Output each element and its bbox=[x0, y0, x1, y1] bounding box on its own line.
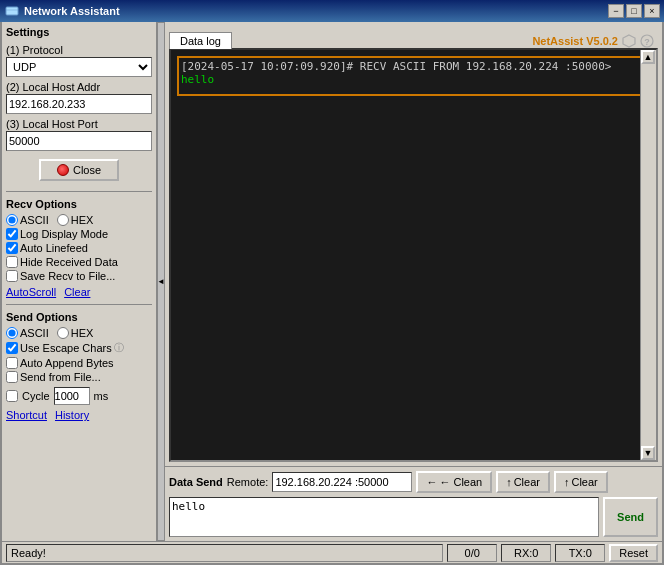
send-options: Send Options ASCII HEX Use Escape Chars … bbox=[6, 311, 152, 421]
recv-options: Recv Options ASCII HEX Log Display Mode bbox=[6, 198, 152, 298]
reset-button[interactable]: Reset bbox=[609, 544, 658, 562]
clean-arrow-icon: ← bbox=[426, 476, 437, 488]
right-panel: Data log NetAssist V5.0.2 ? bbox=[165, 22, 662, 541]
rx-value: RX:0 bbox=[514, 547, 538, 559]
local-host-label: (2) Local Host Addr bbox=[6, 81, 152, 93]
clean-label: ← Clean bbox=[439, 476, 482, 488]
hide-recv-check[interactable]: Hide Received Data bbox=[6, 256, 152, 268]
recv-options-label: Recv Options bbox=[6, 198, 152, 210]
data-send-label: Data Send bbox=[169, 476, 223, 488]
local-port-field: (3) Local Host Port bbox=[6, 118, 152, 151]
local-host-field: (2) Local Host Addr bbox=[6, 81, 152, 114]
clear-down-icon: ↑ bbox=[564, 476, 570, 488]
log-header-0: [2024-05-17 10:07:09.920]# RECV ASCII FR… bbox=[181, 60, 646, 73]
recv-hex-radio[interactable]: HEX bbox=[57, 214, 94, 226]
shortcut-link[interactable]: Shortcut bbox=[6, 409, 47, 421]
send-text-input[interactable]: hello bbox=[169, 497, 599, 537]
tab-bar: Data log NetAssist V5.0.2 ? bbox=[165, 22, 662, 48]
data-log-tab[interactable]: Data log bbox=[169, 32, 232, 49]
clear-down-button[interactable]: ↑ Clear bbox=[554, 471, 608, 493]
status-bar: Ready! 0/0 RX:0 TX:0 Reset bbox=[2, 541, 662, 563]
settings-label: Settings bbox=[6, 26, 152, 38]
autoscroll-link[interactable]: AutoScroll bbox=[6, 286, 56, 298]
window-title: Network Assistant bbox=[24, 5, 120, 17]
send-toolbar: Data Send Remote: ← ← Clean ↑ Clear ↑ Cl… bbox=[169, 471, 658, 493]
ready-text: Ready! bbox=[11, 547, 46, 559]
protocol-label: (1) Protocol bbox=[6, 44, 152, 56]
send-format-group: ASCII HEX bbox=[6, 327, 152, 339]
log-data-0: hello bbox=[181, 73, 646, 86]
red-dot-icon bbox=[57, 164, 69, 176]
tx-value: TX:0 bbox=[569, 547, 592, 559]
log-entry-0: [2024-05-17 10:07:09.920]# RECV ASCII FR… bbox=[177, 56, 650, 96]
maximize-button[interactable]: □ bbox=[626, 4, 642, 18]
svg-text:?: ? bbox=[644, 37, 650, 47]
close-button[interactable]: Close bbox=[39, 159, 119, 181]
send-ascii-radio[interactable]: ASCII bbox=[6, 327, 49, 339]
status-counter: 0/0 bbox=[447, 544, 497, 562]
send-input-row: hello Send bbox=[169, 497, 658, 537]
status-ready: Ready! bbox=[6, 544, 443, 562]
minimize-button[interactable]: − bbox=[608, 4, 624, 18]
clear-up-icon: ↑ bbox=[506, 476, 512, 488]
clean-button[interactable]: ← ← Clean bbox=[416, 471, 492, 493]
info-btn-icon: ? bbox=[640, 34, 654, 48]
cycle-row: Cycle ms bbox=[6, 387, 152, 405]
status-tx: TX:0 bbox=[555, 544, 605, 562]
shield-icon bbox=[622, 34, 636, 48]
main-window: Settings (1) Protocol UDP TCP Client TCP… bbox=[0, 22, 664, 565]
recv-format-group: ASCII HEX bbox=[6, 214, 152, 226]
svg-marker-2 bbox=[623, 35, 635, 47]
remote-address-input[interactable] bbox=[272, 472, 412, 492]
save-recv-check[interactable]: Save Recv to File... bbox=[6, 270, 152, 282]
info-icon: ⓘ bbox=[114, 341, 124, 355]
log-display-check[interactable]: Log Display Mode bbox=[6, 228, 152, 240]
local-host-input[interactable] bbox=[6, 94, 152, 114]
auto-append-check[interactable]: Auto Append Bytes bbox=[6, 357, 152, 369]
send-options-label: Send Options bbox=[6, 311, 152, 323]
clear-link[interactable]: Clear bbox=[64, 286, 90, 298]
window-controls: − □ × bbox=[608, 4, 660, 18]
send-link-row: Shortcut History bbox=[6, 409, 152, 421]
data-log-container[interactable]: [2024-05-17 10:07:09.920]# RECV ASCII FR… bbox=[169, 48, 658, 462]
status-rx: RX:0 bbox=[501, 544, 551, 562]
app-icon bbox=[4, 3, 20, 19]
data-log-scroll[interactable]: [2024-05-17 10:07:09.920]# RECV ASCII FR… bbox=[171, 50, 656, 460]
auto-linefeed-check[interactable]: Auto Linefeed bbox=[6, 242, 152, 254]
protocol-field: (1) Protocol UDP TCP Client TCP Server bbox=[6, 44, 152, 77]
close-btn-container: Close bbox=[6, 155, 152, 185]
send-from-check[interactable]: Send from File... bbox=[6, 371, 152, 383]
send-hex-radio[interactable]: HEX bbox=[57, 327, 94, 339]
cycle-label: Cycle bbox=[22, 390, 50, 402]
title-bar: Network Assistant − □ × bbox=[0, 0, 664, 22]
scroll-up-btn[interactable]: ▲ bbox=[641, 50, 655, 64]
divider2 bbox=[6, 304, 152, 305]
cycle-input[interactable] bbox=[54, 387, 90, 405]
protocol-select[interactable]: UDP TCP Client TCP Server bbox=[6, 57, 152, 77]
content-area: Settings (1) Protocol UDP TCP Client TCP… bbox=[2, 22, 662, 541]
history-link[interactable]: History bbox=[55, 409, 89, 421]
remote-label: Remote: bbox=[227, 476, 269, 488]
scrollbar[interactable]: ▲ ▼ bbox=[640, 50, 656, 460]
close-button[interactable]: × bbox=[644, 4, 660, 18]
recv-ascii-radio[interactable]: ASCII bbox=[6, 214, 49, 226]
svg-rect-0 bbox=[6, 7, 18, 15]
local-port-label: (3) Local Host Port bbox=[6, 118, 152, 130]
scroll-down-btn[interactable]: ▼ bbox=[641, 446, 655, 460]
clear-up-button[interactable]: ↑ Clear bbox=[496, 471, 550, 493]
scroll-track bbox=[641, 64, 656, 446]
cycle-unit: ms bbox=[94, 390, 109, 402]
counter-value: 0/0 bbox=[465, 547, 480, 559]
divider1 bbox=[6, 191, 152, 192]
close-btn-label: Close bbox=[73, 164, 101, 176]
left-panel: Settings (1) Protocol UDP TCP Client TCP… bbox=[2, 22, 157, 541]
local-port-input[interactable] bbox=[6, 131, 152, 151]
collapse-handle[interactable]: ◄ bbox=[157, 22, 165, 541]
use-escape-check[interactable]: Use Escape Chars ⓘ bbox=[6, 341, 152, 355]
netassist-version: NetAssist V5.0.2 ? bbox=[532, 34, 658, 48]
cycle-checkbox[interactable] bbox=[6, 390, 18, 402]
recv-link-row: AutoScroll Clear bbox=[6, 286, 152, 298]
send-button[interactable]: Send bbox=[603, 497, 658, 537]
title-bar-left: Network Assistant bbox=[4, 3, 120, 19]
send-panel: Data Send Remote: ← ← Clean ↑ Clear ↑ Cl… bbox=[165, 466, 662, 541]
